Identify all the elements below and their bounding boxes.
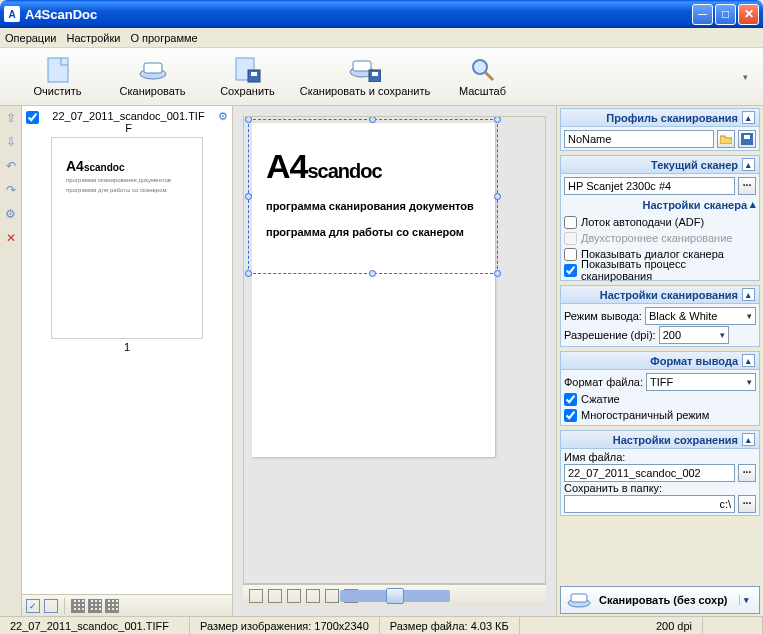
selection-handle[interactable] [369,116,376,123]
scanner-name-input[interactable] [564,177,735,195]
rotate-right-icon[interactable]: ↷ [3,182,19,198]
status-image-size: Размер изображения: 1700x2340 [190,617,380,634]
multipage-checkbox[interactable] [564,409,577,422]
thumb-size-2-button[interactable] [88,599,102,613]
collapse-icon[interactable]: ▴ [742,111,755,124]
section-scanner: Текущий сканер▴ ··· Настройки сканера▴ Л… [560,155,760,281]
folder-input[interactable] [564,495,735,513]
subsection-title: Настройки сканера [643,199,747,211]
svg-rect-5 [251,72,257,76]
section-title: Профиль сканирования [565,112,738,124]
move-down-icon[interactable]: ⇩ [3,134,19,150]
maximize-button[interactable]: □ [715,4,736,25]
duplex-checkbox [564,232,577,245]
preview-canvas[interactable]: A4scandoc программа сканирования докумен… [243,116,546,584]
collapse-icon[interactable]: ▴ [742,354,755,367]
folder-browse-button[interactable]: ··· [738,495,756,513]
page-icon [42,57,74,83]
selection-box[interactable] [248,119,498,274]
section-output-format: Формат вывода▴ Формат файла:TIFF Сжатие … [560,351,760,426]
minimize-button[interactable]: ─ [692,4,713,25]
profile-open-button[interactable] [717,130,735,148]
uncheck-all-button[interactable] [44,599,58,613]
output-mode-select[interactable]: Black & White [645,307,756,325]
svg-line-11 [485,72,493,80]
zoom-preset-5[interactable] [325,589,339,603]
show-dialog-checkbox[interactable] [564,248,577,261]
preview-toolbar [243,584,546,606]
magnifier-icon [467,57,499,83]
close-button[interactable]: ✕ [738,4,759,25]
thumbnail-item[interactable]: 22_07_2011_scandoc_001.TIFF ⚙ A4scandoc … [26,110,228,353]
zoom-button[interactable]: Масштаб [435,51,530,103]
collapse-icon[interactable]: ▴ [742,288,755,301]
main-toolbar: Очистить Сканировать Сохранить Сканирова… [0,48,763,106]
profile-save-button[interactable] [738,130,756,148]
zoom-slider-thumb[interactable] [386,588,404,604]
filename-input[interactable] [564,464,735,482]
selection-handle[interactable] [494,193,501,200]
menu-operations[interactable]: Операции [5,32,56,44]
selection-handle[interactable] [245,116,252,123]
show-process-checkbox[interactable] [564,264,577,277]
thumb-size-3-button[interactable] [105,599,119,613]
check-all-button[interactable]: ✓ [26,599,40,613]
section-save-settings: Настройки сохранения▴ Имя файла: ··· Сох… [560,430,760,516]
scanner-browse-button[interactable]: ··· [738,177,756,195]
section-scan-settings: Настройки сканирования▴ Режим вывода:Bla… [560,285,760,347]
filename-browse-button[interactable]: ··· [738,464,756,482]
svg-rect-2 [144,63,162,73]
left-tool-rail: ⇧ ⇩ ↶ ↷ ⚙ ✕ [0,106,22,616]
statusbar: 22_07_2011_scandoc_001.TIFF Размер изобр… [0,616,763,634]
folder-label: Сохранить в папку: [564,482,662,494]
thumb-size-1-button[interactable] [71,599,85,613]
zoom-preset-1[interactable] [249,589,263,603]
thumbnail-page-number: 1 [26,341,228,353]
zoom-preset-2[interactable] [268,589,282,603]
selection-handle[interactable] [245,270,252,277]
profile-name-input[interactable] [564,130,714,148]
scan-button[interactable]: Сканировать [105,51,200,103]
menu-settings[interactable]: Настройки [66,32,120,44]
collapse-icon[interactable]: ▴ [742,158,755,171]
move-up-icon[interactable]: ⇧ [3,110,19,126]
window-title: A4ScanDoc [25,7,97,22]
zoom-preset-4[interactable] [306,589,320,603]
thumbnail-filename: 22_07_2011_scandoc_001.TIFF [42,110,215,134]
window-titlebar: A A4ScanDoc ─ □ ✕ [0,0,763,28]
clear-button[interactable]: Очистить [10,51,105,103]
preview-pane: A4scandoc программа сканирования докумен… [233,106,556,616]
delete-icon[interactable]: ✕ [3,230,19,246]
scanner-icon [137,57,169,83]
zoom-slider-track[interactable] [340,590,450,602]
section-title: Настройки сохранения [565,434,738,446]
compression-checkbox[interactable] [564,393,577,406]
settings-icon[interactable]: ⚙ [3,206,19,222]
rotate-left-icon[interactable]: ↶ [3,158,19,174]
collapse-icon[interactable]: ▴ [742,433,755,446]
scan-and-save-button[interactable]: Сканировать и сохранить [295,51,435,103]
save-button[interactable]: Сохранить [200,51,295,103]
section-title: Настройки сканирования [565,289,738,301]
section-title: Формат вывода [565,355,738,367]
thumbnail-checkbox[interactable] [26,111,39,124]
thumbnail-preview: A4scandoc программа сканирования докумен… [52,138,202,338]
thumbnail-gear-icon[interactable]: ⚙ [218,110,228,123]
zoom-preset-3[interactable] [287,589,301,603]
selection-handle[interactable] [369,270,376,277]
scan-dropdown-icon[interactable]: ▾ [739,595,753,605]
dpi-select[interactable]: 200 [659,326,729,344]
toolbar-overflow-button[interactable]: ▾ [743,72,753,82]
section-title: Текущий сканер [565,159,738,171]
status-dpi: 200 dpi [646,617,703,634]
selection-handle[interactable] [494,270,501,277]
adf-checkbox[interactable] [564,216,577,229]
selection-handle[interactable] [245,193,252,200]
file-format-select[interactable]: TIFF [646,373,756,391]
save-icon [232,57,264,83]
collapse-icon[interactable]: ▴ [750,198,756,211]
menu-about[interactable]: О программе [130,32,197,44]
scan-no-save-button[interactable]: Сканировать (без сохр) ▾ [560,586,760,614]
thumbnail-toolbar: ✓ [22,594,232,616]
selection-handle[interactable] [494,116,501,123]
